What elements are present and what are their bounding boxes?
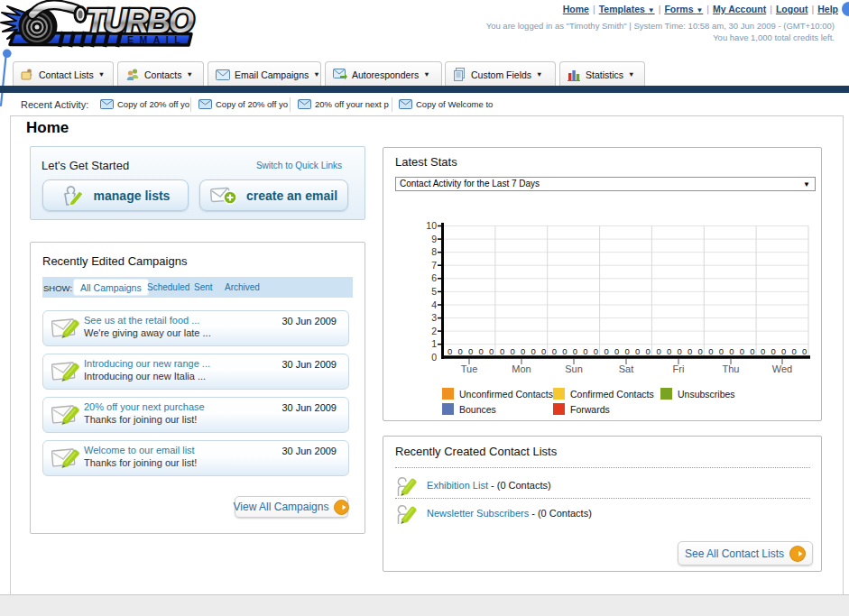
svg-text:Tue: Tue [461, 363, 478, 374]
svg-text:0: 0 [468, 346, 473, 356]
svg-text:3: 3 [431, 312, 437, 323]
svg-text:4: 4 [431, 299, 437, 310]
svg-text:Forwards: Forwards [570, 404, 610, 415]
svg-text:2: 2 [431, 326, 437, 336]
svg-text:1: 1 [431, 338, 437, 349]
svg-text:8: 8 [431, 246, 437, 257]
svg-text:10: 10 [426, 220, 437, 231]
svg-text:0: 0 [489, 346, 494, 356]
svg-text:Wed: Wed [772, 363, 792, 374]
svg-text:Confirmed Contacts: Confirmed Contacts [570, 389, 654, 400]
svg-text:Mon: Mon [512, 363, 531, 374]
svg-text:6: 6 [431, 272, 437, 283]
svg-text:0: 0 [431, 352, 437, 363]
svg-text:TURBO: TURBO [86, 3, 194, 40]
svg-text:Fri: Fri [673, 363, 685, 374]
svg-text:Bounces: Bounces [459, 404, 496, 415]
svg-text:9: 9 [431, 234, 437, 244]
svg-text:Sat: Sat [619, 363, 634, 374]
svg-text:Thu: Thu [723, 363, 740, 374]
svg-text:0: 0 [458, 346, 463, 356]
svg-text:Unconfirmed Contacts: Unconfirmed Contacts [459, 389, 553, 400]
svg-text:0: 0 [479, 346, 484, 356]
svg-text:5: 5 [431, 286, 437, 297]
svg-text:Sun: Sun [565, 363, 583, 374]
svg-text:Unsubscribes: Unsubscribes [678, 389, 735, 400]
svg-text:7: 7 [431, 260, 437, 271]
svg-text:0: 0 [448, 346, 452, 356]
